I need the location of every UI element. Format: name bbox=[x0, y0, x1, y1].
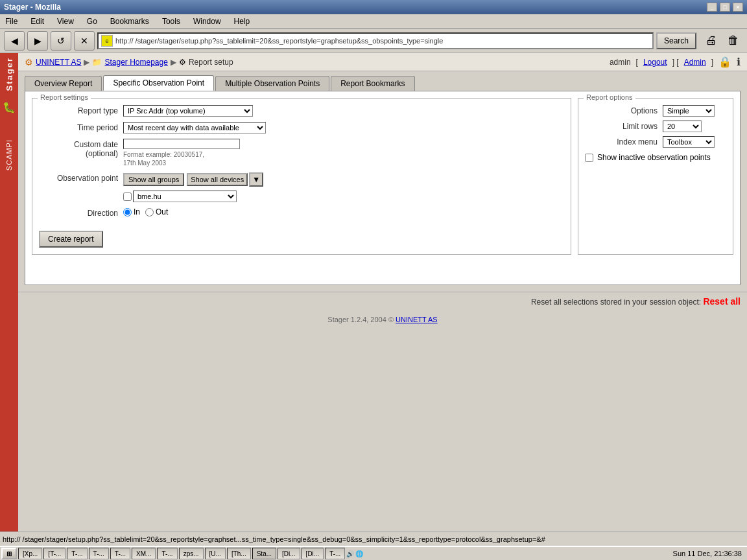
menu-file[interactable]: File bbox=[3, 16, 20, 27]
hint-line2: 17th May 2003 bbox=[123, 159, 166, 167]
direction-in-label[interactable]: In bbox=[123, 207, 140, 216]
taskbar-item-3[interactable]: T-... bbox=[89, 548, 109, 559]
maximize-button[interactable]: □ bbox=[720, 3, 730, 12]
show-devices-arrow[interactable]: ▼ bbox=[249, 172, 263, 187]
taskbar-item-6[interactable]: T-... bbox=[157, 548, 177, 559]
tab-specific[interactable]: Specific Observation Point bbox=[103, 75, 214, 91]
direction-in-radio[interactable] bbox=[123, 208, 132, 216]
admin-link[interactable]: Admin bbox=[684, 58, 706, 67]
forward-button[interactable]: ▶ bbox=[27, 31, 48, 51]
obs-point-control: Show all groups Show all devices ▼ bme.h… bbox=[123, 172, 263, 202]
direction-in-text: In bbox=[134, 207, 140, 216]
create-report-button[interactable]: Create report bbox=[39, 231, 103, 248]
taskbar-item-13[interactable]: T-... bbox=[325, 548, 345, 559]
menu-window[interactable]: Window bbox=[191, 16, 224, 27]
title-bar: Stager - Mozilla _ □ × bbox=[0, 0, 747, 14]
taskbar-item-10[interactable]: Sta... bbox=[252, 548, 276, 559]
tab-overview[interactable]: Overview Report bbox=[25, 76, 102, 91]
status-text: http:// /stager/stager/setup.php?ss_tabl… bbox=[3, 535, 744, 543]
tabs-bar: Overview Report Specific Observation Poi… bbox=[18, 71, 747, 91]
taskbar-item-4[interactable]: T-... bbox=[110, 548, 130, 559]
settings-container: Report settings Report type IP Src Addr … bbox=[32, 98, 733, 255]
direction-out-label[interactable]: Out bbox=[145, 207, 168, 216]
show-devices-dropdown: Show all devices ▼ bbox=[187, 172, 263, 187]
window-title: Stager - Mozilla bbox=[4, 3, 61, 12]
url-text[interactable]: http:// /stager/stager/setup.php?ss_tabl… bbox=[115, 37, 443, 45]
sidebar-bug-icon: 🐛 bbox=[3, 101, 16, 113]
taskbar-item-12[interactable]: [Di... bbox=[302, 548, 324, 559]
direction-row: Direction In Out bbox=[39, 207, 564, 218]
taskbar-item-1[interactable]: [T-... bbox=[43, 548, 65, 559]
report-type-label: Report type bbox=[39, 105, 123, 115]
reset-bar: Reset all selections stored in your sess… bbox=[18, 292, 747, 310]
menu-bookmarks[interactable]: Bookmarks bbox=[108, 16, 152, 27]
obs-point-label: Observation point bbox=[39, 172, 123, 183]
menu-tools[interactable]: Tools bbox=[160, 16, 183, 27]
footer-text: Stager 1.2.4, 2004 © bbox=[327, 316, 396, 323]
breadcrumb-home[interactable]: UNINETT AS bbox=[36, 58, 81, 67]
menu-edit[interactable]: Edit bbox=[28, 16, 47, 27]
breadcrumb-sep1: ▶ bbox=[84, 58, 89, 67]
taskbar-item-9[interactable]: [Th... bbox=[227, 548, 251, 559]
trash-icon[interactable]: 🗑 bbox=[724, 31, 743, 51]
device-checkbox[interactable] bbox=[123, 192, 132, 201]
page-footer: Stager 1.2.4, 2004 © UNINETT AS bbox=[18, 310, 747, 329]
direction-out-radio[interactable] bbox=[145, 208, 154, 216]
reload-button[interactable]: ↺ bbox=[51, 31, 71, 51]
taskbar-item-2[interactable]: T-... bbox=[67, 548, 87, 559]
custom-date-input[interactable] bbox=[123, 139, 240, 149]
breadcrumb-sep2: ▶ bbox=[171, 58, 176, 67]
search-button[interactable]: Search bbox=[656, 32, 696, 49]
options-row: Options Simple Advanced bbox=[585, 105, 726, 117]
browser-toolbar: ◀ ▶ ↺ ✕ e http:// /stager/stager/setup.p… bbox=[0, 29, 747, 53]
time-period-select[interactable]: Most recent day with data available Last… bbox=[123, 122, 266, 134]
back-button[interactable]: ◀ bbox=[4, 31, 25, 51]
taskbar-item-8[interactable]: [U... bbox=[205, 548, 226, 559]
time-period-row: Time period Most recent day with data av… bbox=[39, 122, 564, 134]
menu-help[interactable]: Help bbox=[231, 16, 253, 27]
taskbar-item-5[interactable]: XM... bbox=[132, 548, 156, 559]
stop-button[interactable]: ✕ bbox=[74, 31, 95, 51]
admin-user: admin bbox=[610, 58, 631, 67]
tab-bookmarks[interactable]: Report Bookmarks bbox=[331, 76, 414, 91]
taskbar-item-11[interactable]: [Di... bbox=[278, 548, 300, 559]
limit-rows-row: Limit rows 10 20 50 100 bbox=[585, 121, 726, 132]
device-select[interactable]: bme.hu bbox=[133, 191, 237, 202]
tab-multiple[interactable]: Multiple Observation Points bbox=[215, 76, 329, 91]
report-type-select[interactable]: IP Src Addr (top volume) IP Dst Addr (to… bbox=[123, 105, 253, 117]
close-button[interactable]: × bbox=[733, 3, 743, 12]
print-icon[interactable]: 🖨 bbox=[702, 31, 721, 51]
footer-link[interactable]: UNINETT AS bbox=[396, 316, 438, 323]
main-panel: Report settings Report type IP Src Addr … bbox=[25, 91, 741, 285]
limit-rows-label: Limit rows bbox=[585, 122, 663, 131]
tray-icon-2: 🌐 bbox=[355, 550, 363, 557]
toolbar-right-icons: 🖨 🗑 bbox=[702, 31, 743, 51]
minimize-button[interactable]: _ bbox=[707, 3, 717, 12]
limit-rows-select[interactable]: 10 20 50 100 bbox=[663, 121, 702, 132]
menu-bar: File Edit View Go Bookmarks Tools Window… bbox=[0, 14, 747, 29]
stager-sidebar: Stager 🐛 SCAMPI bbox=[0, 53, 18, 531]
report-type-row: Report type IP Src Addr (top volume) IP … bbox=[39, 105, 564, 117]
start-button[interactable]: ⊞ bbox=[1, 548, 17, 559]
taskbar-item-7[interactable]: zps... bbox=[179, 548, 204, 559]
report-options-box: Report options Options Simple Advanced L… bbox=[578, 98, 733, 255]
obs-point-buttons: Show all groups Show all devices ▼ bbox=[123, 172, 263, 187]
menu-go[interactable]: Go bbox=[84, 16, 100, 27]
breadcrumb-parent[interactable]: Stager Homepage bbox=[104, 58, 167, 67]
taskbar-item-0[interactable]: [Xp... bbox=[18, 548, 42, 559]
lock-icon: 🔒 bbox=[718, 56, 731, 68]
menu-view[interactable]: View bbox=[54, 16, 77, 27]
page-content: ⚙ UNINETT AS ▶ 📁 Stager Homepage ▶ ⚙ Rep… bbox=[18, 53, 747, 531]
options-select[interactable]: Simple Advanced bbox=[663, 105, 715, 117]
show-groups-button[interactable]: Show all groups bbox=[123, 173, 184, 186]
create-btn-container: Create report bbox=[39, 224, 564, 248]
reset-link[interactable]: Reset all bbox=[703, 296, 741, 307]
url-icon: e bbox=[101, 35, 113, 47]
title-bar-buttons: _ □ × bbox=[707, 3, 743, 12]
index-menu-select[interactable]: Toolbox Standard bbox=[663, 136, 715, 148]
direction-out-text: Out bbox=[156, 207, 168, 216]
show-inactive-checkbox[interactable] bbox=[585, 154, 593, 162]
hint-line1: Format example: 20030517, bbox=[123, 151, 204, 158]
logout-link[interactable]: Logout bbox=[643, 58, 667, 67]
taskbar: ⊞ [Xp... [T-... T-... T-... T-... XM... … bbox=[0, 546, 747, 560]
